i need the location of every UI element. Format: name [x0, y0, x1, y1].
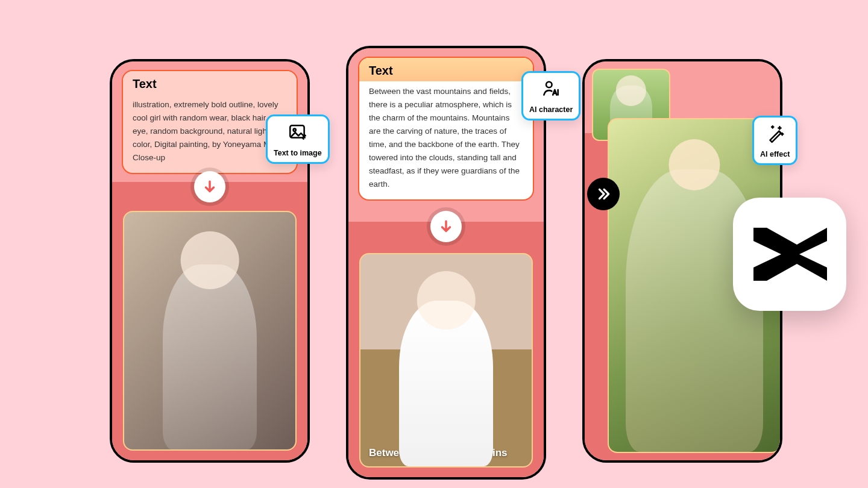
capcut-app-icon[interactable]: [733, 198, 846, 311]
badge-label: AI character: [529, 105, 573, 114]
badge-label: Text to image: [274, 149, 322, 157]
image-sparkle-icon: [288, 122, 308, 145]
svg-point-2: [546, 82, 552, 88]
ai-character-badge[interactable]: AI character: [521, 71, 580, 120]
image-placeholder: [360, 254, 532, 466]
generated-image[interactable]: [123, 211, 297, 451]
canvas: Text illustration, extremely bold outlin…: [11, 11, 857, 477]
ai-effect-badge[interactable]: AI effect: [752, 116, 797, 165]
generated-video-frame[interactable]: Between the vast mountains: [359, 253, 533, 468]
prompt-card-title: Text: [123, 71, 297, 95]
arrow-down-icon: [194, 171, 225, 202]
prompt-card-title: Text: [359, 58, 533, 81]
text-to-image-badge[interactable]: Text to image: [266, 114, 330, 164]
badge-label: AI effect: [760, 150, 790, 158]
image-placeholder: [124, 212, 295, 449]
prompt-text: Between the vast mountains and fields, t…: [359, 81, 533, 199]
arrow-down-icon: [430, 211, 462, 242]
prompt-card[interactable]: Text Between the vast mountains and fiel…: [358, 57, 534, 201]
svg-point-1: [293, 129, 295, 131]
transform-arrow-icon: [587, 178, 620, 210]
magic-wand-icon: [765, 124, 785, 146]
person-ai-icon: [541, 79, 561, 102]
phone-ai-character: Text Between the vast mountains and fiel…: [346, 46, 546, 480]
